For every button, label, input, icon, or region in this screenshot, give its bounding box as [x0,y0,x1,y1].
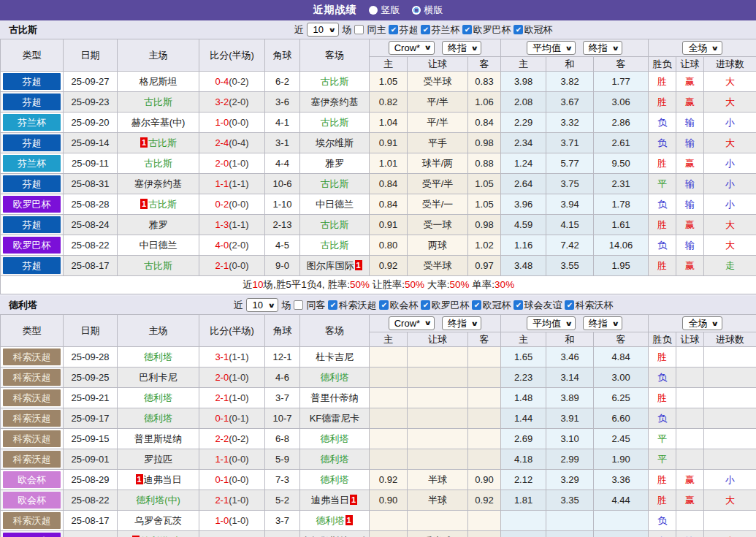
checkbox-unchecked-icon [354,25,364,34]
avg-home-odds: 2.64 [501,174,546,194]
result-wdl: 胜 [649,470,676,490]
score-cell: 0-1(0-0) [199,470,265,490]
result-handicap [676,367,704,388]
result-wdl: 负 [649,531,676,537]
avg-draw-odds: 3.10 [546,429,594,449]
match-date: 25-09-01 [64,449,118,470]
subcol-away-odds: 客 [468,57,501,72]
bookmaker-select[interactable]: Crow*∨ [389,41,435,55]
away-team-cell: KF德雷尼卡 [300,408,370,429]
league-badge: 芬超 [3,73,61,90]
league-badge-cell: 芬超 [1,92,64,113]
final-odds-select[interactable]: 终指∨ [442,316,481,330]
chevron-down-icon: ∨ [711,45,719,52]
subcol-goals: 进球数 [704,57,756,72]
away-team-name: 德利塔 [316,515,345,526]
league-badge-cell: 科索沃超 [1,367,64,388]
league-badge: 欧罗巴杯 [3,533,61,537]
league-filter-checkbox[interactable]: ✔科索沃超 [328,299,376,312]
home-team-name: 迪弗当日 [144,474,182,485]
subcol-avg-draw: 和 [546,332,594,347]
result-handicap: 赢 [676,490,704,511]
avg-draw-odds: 3.94 [546,194,594,215]
result-handicap: 赢 [676,72,704,92]
horizontal-layout-radio[interactable]: 横版 [412,4,443,17]
away-team-name: 德利塔 [321,372,349,383]
result-handicap: 赢 [676,153,704,174]
score-cell: 0-2(0-0) [199,194,265,215]
chevron-down-icon: ∨ [565,45,573,52]
league-badge: 欧罗巴杯 [3,237,61,254]
full-match-select[interactable]: 全场∨ [682,41,722,55]
avg-away-odds: 1.95 [594,256,649,276]
matches-count-select[interactable]: 10 ∨ [246,298,279,312]
checkbox-checked-icon: ✔ [379,300,389,310]
result-wdl: 平 [649,429,676,449]
league-filter-checkbox[interactable]: ✔芬兰杯 [421,23,459,37]
bookmaker-select[interactable]: Crow*∨ [389,316,435,330]
score-cell: 1-1(0-0) [199,449,265,470]
crown-home-odds: 0.82 [370,92,408,113]
vertical-layout-radio[interactable]: 竖版 [369,4,400,17]
score-cell: 2-0(1-0) [199,153,265,174]
league-badge: 欧会杯 [3,492,61,509]
league-filter-label: 科索沃杯 [575,299,613,312]
crown-away-odds [468,408,501,429]
result-handicap: 输 [676,194,704,215]
checkbox-checked-icon: ✔ [389,25,398,34]
same-venue-checkbox[interactable]: 同主 [354,23,386,37]
result-goals: 大 [704,490,756,511]
match-date: 25-09-25 [64,367,118,388]
avg-away-odds: 14.06 [594,235,649,256]
match-date: 25-09-15 [64,429,118,449]
same-venue-checkbox[interactable]: 同客 [294,299,325,312]
match-row: 芬超25-08-17古比斯2-1(0-0)9-0图尔库国际10.92受半球0.9… [1,256,756,276]
result-wdl: 胜 [649,490,676,511]
red-card-badge: 1 [140,137,148,148]
title-bar: 近期战绩 竖版 横版 [0,0,756,20]
crown-home-odds: 0.90 [370,490,408,511]
league-badge-cell: 芬超 [1,72,64,92]
result-handicap: 赢 [676,256,704,276]
avg-draw-odds: 3.71 [546,133,594,153]
final-odds-select-2[interactable]: 终指∨ [583,41,622,55]
chevron-down-icon: ∨ [470,320,478,327]
away-team-name: 雅罗 [325,158,344,169]
avg-home-odds: 2.12 [501,470,546,490]
crown-away-odds: 0.92 [468,490,501,511]
handicap-line: 受半球 [408,256,468,276]
score-cell: 2-1(1-0) [199,388,265,408]
corner-score: 10-6 [265,174,300,194]
matches-count-select[interactable]: 10 ∨ [307,23,340,37]
chevron-down-icon: ∨ [611,320,619,327]
league-filter-checkbox[interactable]: ✔欧冠杯 [472,299,511,312]
corner-score: 4-6 [265,367,300,388]
league-filter-checkbox[interactable]: ✔球会友谊 [513,299,562,312]
league-filter-checkbox[interactable]: ✔欧冠杯 [513,23,552,37]
away-team-name: 埃尔维斯 [316,137,354,148]
score-cell: 1-3(0-2) [199,531,265,537]
home-team-cell: 德利塔(中) [118,490,199,511]
result-goals: 大 [704,531,756,537]
league-badge: 科索沃超 [3,410,61,427]
result-wdl: 负 [649,367,676,388]
crown-away-odds: 1.06 [468,92,501,113]
average-select[interactable]: 平均值∨ [527,316,576,330]
match-date: 25-09-28 [64,347,118,367]
avg-home-odds: 4.59 [501,215,546,235]
league-filter-checkbox[interactable]: ✔科索沃杯 [565,299,613,312]
crown-home-odds [370,449,408,470]
league-filter-checkbox[interactable]: ✔欧罗巴杯 [462,23,511,37]
full-match-select[interactable]: 全场∨ [682,316,722,330]
final-odds-select[interactable]: 终指∨ [442,41,481,55]
league-filter-checkbox[interactable]: ✔欧会杯 [379,299,418,312]
home-team-name: 德利塔 [144,413,172,424]
avg-away-odds: 2.86 [594,113,649,133]
league-filter-checkbox[interactable]: ✔欧罗巴杯 [421,299,469,312]
match-date: 25-08-24 [64,215,118,235]
final-odds-select-2[interactable]: 终指∨ [583,316,622,330]
vertical-layout-label: 竖版 [381,4,400,17]
league-filter-checkbox[interactable]: ✔芬超 [389,23,418,37]
subcol-avg-draw: 和 [546,57,594,72]
average-select[interactable]: 平均值∨ [527,41,576,55]
